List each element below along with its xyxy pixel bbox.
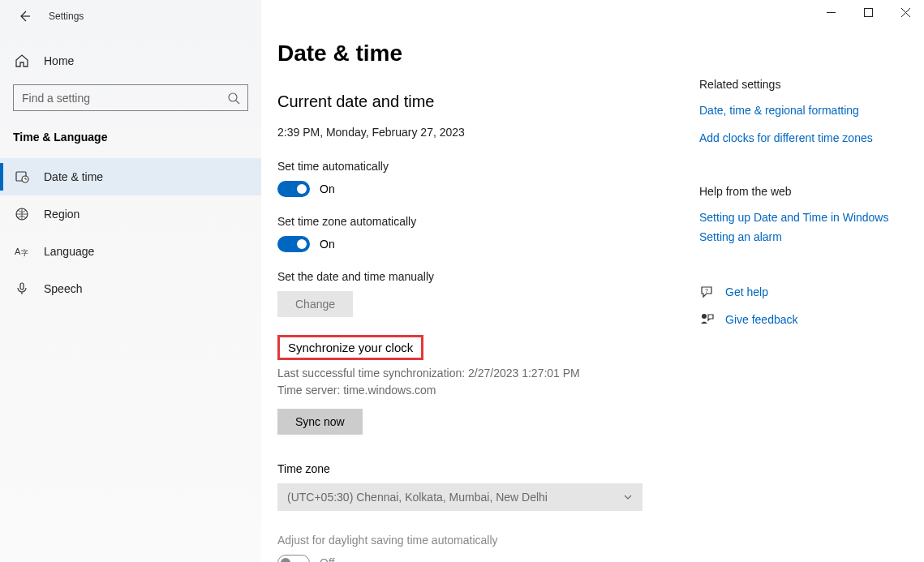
- link-setting-alarm[interactable]: Setting an alarm: [699, 230, 888, 243]
- link-date-time-regional[interactable]: Date, time & regional formatting: [699, 104, 888, 117]
- current-datetime-heading: Current date and time: [277, 92, 699, 111]
- dst-label: Adjust for daylight saving time automati…: [277, 534, 699, 547]
- dst-toggle: [277, 555, 310, 562]
- svg-point-0: [229, 93, 237, 101]
- link-get-help[interactable]: Get help: [725, 285, 768, 298]
- help-from-web-heading: Help from the web: [699, 185, 888, 198]
- svg-text:?: ?: [705, 288, 708, 294]
- link-setting-up-date-time[interactable]: Setting up Date and Time in Windows: [699, 211, 888, 224]
- search-icon: [227, 92, 240, 105]
- app-title: Settings: [49, 11, 84, 22]
- sync-last-value: Last successful time synchronization: 2/…: [277, 365, 699, 382]
- close-icon: [901, 8, 910, 17]
- nav-item-label: Date & time: [44, 170, 103, 183]
- home-label: Home: [44, 54, 74, 67]
- auto-time-state: On: [320, 182, 335, 195]
- nav-home[interactable]: Home: [0, 45, 261, 76]
- calendar-clock-icon: [15, 169, 29, 184]
- feedback-icon: [699, 311, 716, 328]
- nav-item-region[interactable]: Region: [0, 195, 261, 233]
- svg-point-9: [702, 314, 707, 319]
- auto-tz-toggle[interactable]: [277, 236, 310, 252]
- nav-item-language[interactable]: A字 Language: [0, 233, 261, 270]
- nav-item-label: Speech: [44, 282, 82, 295]
- get-help-row[interactable]: ? Get help: [699, 284, 888, 300]
- dst-state: Off: [320, 556, 334, 562]
- microphone-icon: [15, 281, 29, 296]
- main-content: Date & time Current date and time 2:39 P…: [261, 0, 699, 562]
- titlebar: Settings: [0, 0, 261, 32]
- arrow-left-icon: [18, 10, 31, 23]
- close-button[interactable]: [887, 0, 924, 24]
- svg-rect-7: [864, 8, 872, 16]
- nav-list: Date & time Region A字 Language Speech: [0, 158, 261, 307]
- minimize-button[interactable]: [812, 0, 849, 24]
- auto-tz-state: On: [320, 238, 335, 251]
- window-controls: [812, 0, 924, 24]
- sync-now-button[interactable]: Sync now: [277, 409, 363, 435]
- svg-text:A: A: [15, 247, 21, 256]
- nav-item-label: Language: [44, 245, 94, 258]
- sync-heading-highlight: Synchronize your clock: [277, 335, 423, 360]
- timezone-value: (UTC+05:30) Chennai, Kolkata, Mumbai, Ne…: [287, 491, 548, 504]
- minimize-icon: [827, 8, 836, 17]
- related-settings-heading: Related settings: [699, 78, 888, 91]
- give-feedback-row[interactable]: Give feedback: [699, 311, 888, 328]
- chevron-down-icon: [623, 492, 633, 502]
- svg-text:字: 字: [21, 249, 28, 257]
- search-container: [13, 84, 248, 111]
- nav-item-label: Region: [44, 208, 80, 221]
- sync-heading: Synchronize your clock: [288, 341, 413, 354]
- change-button[interactable]: Change: [277, 291, 353, 317]
- svg-rect-6: [20, 283, 24, 290]
- current-datetime-value: 2:39 PM, Monday, February 27, 2023: [277, 126, 699, 139]
- auto-tz-label: Set time zone automatically: [277, 215, 699, 228]
- maximize-icon: [864, 8, 873, 17]
- nav-item-date-time[interactable]: Date & time: [0, 158, 261, 195]
- link-give-feedback[interactable]: Give feedback: [725, 313, 798, 326]
- nav-item-speech[interactable]: Speech: [0, 270, 261, 307]
- category-heading: Time & Language: [13, 131, 261, 144]
- maximize-button[interactable]: [849, 0, 887, 24]
- sync-server-value: Time server: time.windows.com: [277, 382, 699, 399]
- sidebar: Settings Home Time & Language Date & tim…: [0, 0, 261, 562]
- back-button[interactable]: [15, 6, 34, 26]
- language-icon: A字: [15, 244, 29, 259]
- aside-panel: Related settings Date, time & regional f…: [699, 0, 888, 562]
- auto-time-label: Set time automatically: [277, 160, 699, 173]
- main-pane: Date & time Current date and time 2:39 P…: [261, 0, 924, 562]
- home-icon: [15, 54, 29, 68]
- auto-time-toggle[interactable]: [277, 181, 310, 197]
- timezone-select[interactable]: (UTC+05:30) Chennai, Kolkata, Mumbai, Ne…: [277, 483, 643, 511]
- search-input[interactable]: [13, 84, 248, 111]
- manual-datetime-label: Set the date and time manually: [277, 270, 699, 283]
- link-add-clocks[interactable]: Add clocks for different time zones: [699, 131, 888, 144]
- globe-icon: [15, 207, 29, 221]
- timezone-label: Time zone: [277, 462, 699, 475]
- page-title: Date & time: [277, 41, 699, 66]
- chat-help-icon: ?: [699, 284, 716, 300]
